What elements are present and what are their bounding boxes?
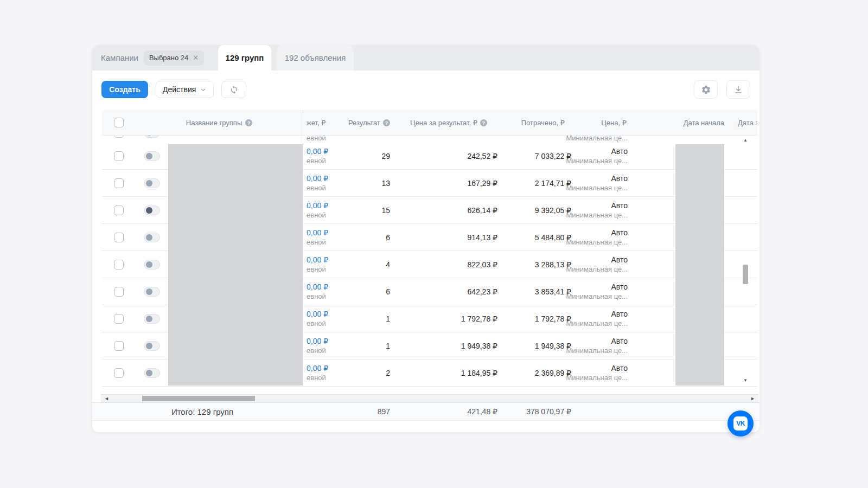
export-button[interactable] [726, 80, 750, 99]
vertical-scrollbar-thumb[interactable] [743, 265, 748, 284]
header-date-start[interactable]: Дата начала [629, 110, 730, 135]
header-result-label: Результат [348, 119, 380, 127]
refresh-button[interactable] [221, 81, 246, 98]
budget-link[interactable]: 0,00 ₽ [307, 364, 328, 373]
row-checkbox[interactable] [114, 287, 124, 297]
row-checkbox[interactable] [114, 206, 124, 215]
chevron-down-icon [200, 86, 207, 93]
row-checkbox[interactable] [114, 341, 124, 351]
date-end-cell [730, 224, 757, 251]
budget-type: евной [307, 374, 326, 382]
tab-campaigns[interactable]: Кампании Выбрано 24 ✕ [92, 45, 218, 70]
table-body: 0,00 ₽ евной Авто Минимальная це... [102, 136, 757, 387]
row-checkbox[interactable] [114, 151, 124, 161]
header-budget-label: жет, ₽ [307, 119, 326, 127]
price-strategy: Минимальная це... [566, 374, 628, 382]
row-toggle[interactable] [144, 314, 160, 324]
help-icon[interactable]: ? [245, 119, 252, 126]
budget-link[interactable]: 0,00 ₽ [307, 337, 328, 345]
tab-groups[interactable]: 129 групп [218, 45, 271, 70]
budget-link[interactable]: 0,00 ₽ [307, 147, 328, 156]
spent-cell [499, 136, 572, 143]
tab-ads[interactable]: 192 объявления [277, 45, 354, 70]
toolbar: Создать Действия [92, 70, 760, 108]
toggle-knob [146, 316, 152, 322]
row-checkbox[interactable] [114, 233, 124, 242]
budget-cell: 0,00 ₽ евной [303, 359, 333, 386]
spent-cell: 3 288,13 ₽ [499, 251, 572, 278]
tab-groups-label: 129 групп [226, 53, 264, 62]
row-checkbox[interactable] [114, 260, 124, 269]
price-auto: Авто [611, 174, 628, 183]
header-result[interactable]: Результат ? [333, 110, 390, 135]
row-toggle[interactable] [144, 178, 160, 188]
price-auto: Авто [611, 255, 628, 264]
scroll-left-arrow[interactable]: ◄ [104, 395, 109, 402]
cost-per-result-cell: 642,23 ₽ [390, 278, 499, 305]
gear-icon [701, 85, 711, 95]
horizontal-scrollbar-thumb[interactable] [142, 396, 255, 401]
row-toggle-cell [136, 251, 168, 278]
scroll-down-arrow[interactable]: ▼ [742, 378, 749, 383]
header-group-name[interactable]: Название группы ? [136, 110, 303, 135]
header-spent[interactable]: Потрачено, ₽ [499, 110, 572, 135]
row-toggle[interactable] [144, 368, 160, 378]
price-cell: Авто Минимальная це... [572, 359, 629, 386]
scroll-up-arrow[interactable]: ▲ [742, 138, 749, 143]
header-date-end[interactable]: Дата за [730, 110, 757, 135]
budget-link[interactable]: 0,00 ₽ [307, 201, 328, 210]
header-price[interactable]: Цена, ₽ [572, 110, 629, 135]
row-checkbox[interactable] [114, 178, 124, 188]
budget-link[interactable]: 0,00 ₽ [307, 282, 328, 291]
budget-link[interactable]: 0,00 ₽ [307, 228, 328, 237]
vk-fab-button[interactable]: VK [727, 410, 754, 436]
settings-button[interactable] [694, 80, 718, 99]
actions-button[interactable]: Действия [156, 81, 214, 98]
budget-type: евной [307, 292, 326, 300]
price-auto: Авто [611, 364, 628, 373]
row-toggle[interactable] [144, 206, 160, 215]
header-budget[interactable]: жет, ₽ [303, 110, 333, 135]
row-checkbox-cell [102, 136, 136, 143]
cost-per-result-cell: 822,03 ₽ [390, 251, 499, 278]
budget-link[interactable]: 0,00 ₽ [307, 255, 328, 264]
budget-link[interactable]: 0,00 ₽ [307, 310, 328, 318]
refresh-icon [229, 85, 239, 94]
budget-type: евной [307, 346, 326, 355]
close-icon[interactable]: ✕ [193, 54, 199, 61]
budget-type: евной [307, 238, 326, 246]
spent-cell: 2 174,71 ₽ [499, 170, 572, 196]
scroll-right-arrow[interactable]: ► [750, 395, 755, 402]
row-toggle[interactable] [144, 287, 160, 297]
horizontal-scrollbar[interactable]: ◄ ► [101, 394, 758, 402]
row-toggle[interactable] [144, 136, 160, 138]
header-cost-per-result[interactable]: Цена за результат, ₽ ? [390, 110, 499, 135]
help-icon[interactable]: ? [480, 119, 487, 126]
row-toggle[interactable] [144, 341, 160, 351]
price-strategy: Минимальная це... [566, 136, 628, 142]
date-start-cell [629, 136, 730, 143]
price-strategy: Минимальная це... [566, 265, 628, 273]
help-icon[interactable]: ? [383, 119, 390, 126]
row-checkbox[interactable] [114, 136, 124, 138]
spent-cell: 3 853,41 ₽ [499, 278, 572, 305]
spent-cell: 5 484,80 ₽ [499, 224, 572, 251]
create-button[interactable]: Создать [101, 81, 148, 98]
header-date-start-label: Дата начала [684, 119, 724, 127]
row-toggle[interactable] [144, 260, 160, 269]
row-toggle[interactable] [144, 151, 160, 161]
cost-per-result-cell: 1 949,38 ₽ [390, 332, 499, 359]
tab-campaigns-label: Кампании [101, 53, 138, 62]
budget-cell: 0,00 ₽ евной [303, 251, 333, 278]
row-checkbox[interactable] [114, 368, 124, 378]
row-checkbox[interactable] [114, 314, 124, 324]
row-toggle[interactable] [144, 233, 160, 242]
price-strategy: Минимальная це... [566, 184, 628, 192]
budget-cell: 0,00 ₽ евной [303, 170, 333, 196]
cost-per-result-cell [390, 136, 499, 143]
result-cell: 29 [333, 143, 390, 169]
select-all-checkbox[interactable] [114, 118, 124, 127]
actions-button-label: Действия [163, 85, 196, 94]
date-end-cell [730, 305, 757, 332]
budget-link[interactable]: 0,00 ₽ [307, 174, 328, 183]
